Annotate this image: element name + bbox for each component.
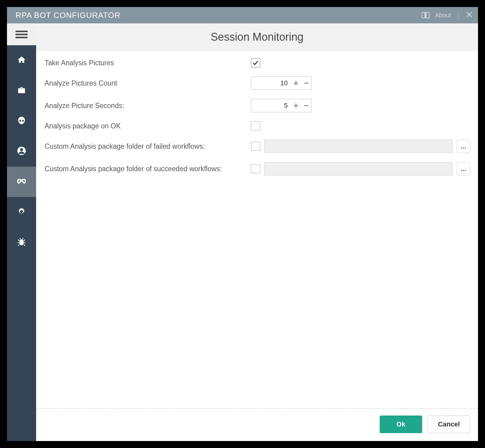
label-take-analysis-pictures: Take Analysis Pictures [45,59,251,67]
about-link[interactable]: About [435,12,451,19]
main-panel: Session Monitoring Take Analysis Picture… [36,23,478,441]
help-book-icon[interactable] [421,12,430,19]
browse-failed-folder-button[interactable]: ... [457,140,470,153]
sidebar-item-settings[interactable] [7,197,36,227]
checkbox-failed-folder[interactable] [251,142,260,151]
bug-icon [17,237,26,248]
checkbox-analysis-package-on-ok[interactable] [251,121,260,131]
alien-icon [17,116,26,126]
row-analyze-pictures-count: Analyze Pictures Count 10 [45,76,470,90]
sidebar-header [7,23,36,45]
sidebar-item-session-monitoring[interactable] [7,167,36,197]
app-window: RPA BOT CONFIGURATOR About [0,0,485,448]
ok-button[interactable]: Ok [380,416,422,433]
sidebar-item-jobs[interactable] [7,76,36,106]
row-take-analysis-pictures: Take Analysis Pictures [45,58,470,67]
sidebar-item-debug[interactable] [7,227,36,258]
briefcase-icon [17,86,26,96]
home-icon [17,55,26,66]
input-succeeded-folder[interactable] [264,162,453,175]
menu-toggle-button[interactable] [15,29,28,40]
form-content: Take Analysis Pictures Analyze Pictures … [36,50,478,408]
infinity-icon [16,176,27,188]
spinner-analyze-picture-seconds[interactable]: 5 [251,99,312,112]
row-analysis-package-on-ok: Analysis package on OK [45,121,470,131]
sidebar-item-home[interactable] [7,45,36,76]
label-failed-folder: Custom Analysis package folder of failed… [45,142,251,151]
sidebar-item-robots[interactable] [7,106,36,136]
spinner-decrement-button[interactable] [301,99,311,112]
app-title: RPA BOT CONFIGURATOR [15,11,421,20]
titlebar: RPA BOT CONFIGURATOR About [7,7,478,23]
close-icon[interactable] [466,11,473,19]
page-header: Session Monitoring [36,23,478,50]
gear-icon [17,207,26,217]
titlebar-separator [458,11,459,19]
spinner-analyze-pictures-count[interactable]: 10 [251,76,312,90]
row-succeeded-folder: Custom Analysis package folder of succee… [45,162,470,175]
row-analyze-picture-seconds: Analyze Picture Seconds: 5 [45,99,470,112]
label-analyze-pictures-count: Analyze Pictures Count [45,79,251,87]
label-succeeded-folder: Custom Analysis package folder of succee… [45,165,251,173]
footer: Ok Cancel [36,408,478,441]
checkbox-take-analysis-pictures[interactable] [251,58,260,67]
row-failed-folder: Custom Analysis package folder of failed… [45,140,470,153]
spinner-decrement-button[interactable] [301,77,311,90]
titlebar-actions: About [421,11,473,19]
label-analysis-package-on-ok: Analysis package on OK [45,122,251,130]
spinner-increment-button[interactable] [291,99,301,112]
svg-point-4 [19,239,24,245]
svg-point-3 [20,148,23,151]
spinner-value[interactable]: 5 [251,102,291,110]
spinner-value[interactable]: 10 [251,79,291,87]
cancel-button[interactable]: Cancel [428,416,470,433]
sidebar-item-users[interactable] [7,136,36,167]
app-body: Session Monitoring Take Analysis Picture… [7,23,478,441]
input-failed-folder[interactable] [264,140,453,153]
person-icon [17,146,26,157]
sidebar [7,23,36,441]
browse-succeeded-folder-button[interactable]: ... [457,162,470,175]
label-analyze-picture-seconds: Analyze Picture Seconds: [45,102,251,110]
spinner-increment-button[interactable] [291,77,301,90]
checkbox-succeeded-folder[interactable] [251,164,260,173]
page-title: Session Monitoring [36,31,478,43]
